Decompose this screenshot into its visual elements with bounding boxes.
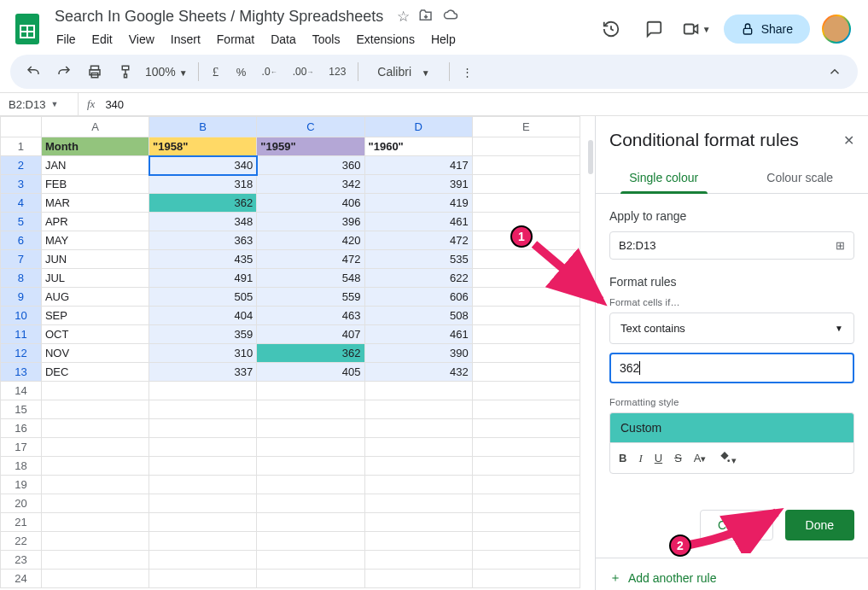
meet-icon[interactable]: ▼ [681, 14, 712, 44]
cell[interactable]: 419 [364, 194, 472, 213]
cell[interactable]: MAY [41, 231, 149, 250]
cell[interactable]: "1958" [149, 137, 257, 156]
cell[interactable]: 606 [364, 288, 472, 307]
menu-extensions[interactable]: Extensions [349, 29, 421, 50]
cell[interactable]: 461 [364, 325, 472, 344]
zoom-select[interactable]: 100% ▼ [140, 65, 193, 79]
cell[interactable]: 472 [257, 250, 364, 269]
menu-insert[interactable]: Insert [164, 29, 207, 50]
row-header[interactable]: 15 [1, 400, 42, 419]
underline-button[interactable]: U [655, 452, 662, 464]
row-header[interactable]: 7 [1, 250, 42, 269]
col-header-b[interactable]: B [149, 117, 257, 137]
row-header[interactable]: 10 [1, 307, 42, 325]
row-header[interactable]: 8 [1, 269, 42, 288]
row-header[interactable]: 2 [1, 156, 42, 175]
cell[interactable]: 417 [364, 156, 472, 175]
cell[interactable]: SEP [41, 307, 149, 325]
cell[interactable]: 340 [149, 156, 257, 175]
row-header[interactable]: 18 [1, 457, 42, 476]
cloud-status-icon[interactable] [442, 8, 459, 27]
spreadsheet-grid[interactable]: A B C D E 1Month"1958""1959""1960"2JAN34… [0, 116, 595, 590]
col-header-d[interactable]: D [364, 117, 472, 137]
cell[interactable] [472, 344, 580, 363]
percent-button[interactable]: % [230, 60, 253, 84]
cell[interactable]: 342 [257, 175, 364, 194]
row-header[interactable]: 4 [1, 194, 42, 213]
cell[interactable]: JAN [41, 156, 149, 175]
cell[interactable]: 318 [149, 175, 257, 194]
cell[interactable]: 348 [149, 213, 257, 231]
cell[interactable]: 363 [149, 231, 257, 250]
row-header[interactable]: 17 [1, 438, 42, 457]
style-preview[interactable]: Custom [609, 412, 854, 442]
italic-button[interactable]: I [638, 452, 642, 465]
apply-range-input[interactable]: B2:D13 ⊞ [609, 231, 854, 260]
decrease-decimal-button[interactable]: .0← [255, 60, 284, 84]
col-header-a[interactable]: A [41, 117, 149, 137]
cell[interactable]: 559 [257, 288, 364, 307]
row-header[interactable]: 12 [1, 344, 42, 363]
row-header[interactable]: 23 [1, 551, 42, 570]
cell[interactable]: DEC [41, 363, 149, 382]
cell[interactable]: 359 [149, 325, 257, 344]
star-icon[interactable]: ☆ [397, 8, 410, 27]
cell[interactable] [472, 194, 580, 213]
share-button[interactable]: Share [724, 15, 810, 44]
select-all-corner[interactable] [1, 117, 42, 137]
menu-edit[interactable]: Edit [85, 29, 119, 50]
cell[interactable]: 461 [364, 213, 472, 231]
row-header[interactable]: 11 [1, 325, 42, 344]
row-header[interactable]: 9 [1, 288, 42, 307]
cell[interactable]: JUL [41, 269, 149, 288]
condition-select[interactable]: Text contains ▼ [609, 313, 854, 344]
text-color-button[interactable]: A▾ [694, 452, 707, 464]
print-button[interactable] [80, 60, 109, 84]
cell[interactable] [472, 175, 580, 194]
cell[interactable]: 390 [364, 344, 472, 363]
cell[interactable] [472, 363, 580, 382]
cell[interactable] [472, 269, 580, 288]
row-header[interactable]: 16 [1, 419, 42, 438]
col-header-c[interactable]: C [257, 117, 364, 137]
cell[interactable]: 505 [149, 288, 257, 307]
cell[interactable]: "1959" [257, 137, 364, 156]
cell[interactable]: Month [41, 137, 149, 156]
cell[interactable]: AUG [41, 288, 149, 307]
menu-help[interactable]: Help [424, 29, 463, 50]
tab-colour-scale[interactable]: Colour scale [732, 166, 869, 193]
move-icon[interactable] [418, 8, 434, 27]
cell[interactable]: 362 [257, 344, 364, 363]
cell[interactable]: 391 [364, 175, 472, 194]
history-icon[interactable] [596, 14, 626, 44]
fill-color-button[interactable]: ▾ [718, 450, 737, 466]
strike-button[interactable]: S [674, 452, 682, 464]
cell[interactable]: 491 [149, 269, 257, 288]
cell[interactable]: JUN [41, 250, 149, 269]
cell[interactable]: 622 [364, 269, 472, 288]
account-avatar[interactable] [822, 15, 851, 44]
cell[interactable]: 463 [257, 307, 364, 325]
menu-tools[interactable]: Tools [306, 29, 347, 50]
menu-format[interactable]: Format [210, 29, 261, 50]
cell[interactable]: 337 [149, 363, 257, 382]
font-select[interactable]: Calibri ▼ [364, 65, 443, 79]
comments-icon[interactable] [638, 14, 669, 44]
cell[interactable] [472, 288, 580, 307]
paint-format-button[interactable] [111, 60, 140, 84]
cell[interactable] [472, 325, 580, 344]
cell[interactable]: 420 [257, 231, 364, 250]
name-box[interactable]: B2:D13▼ [0, 93, 79, 115]
cell[interactable]: 396 [257, 213, 364, 231]
collapse-toolbar-button[interactable] [820, 60, 849, 84]
increase-decimal-button[interactable]: .00→ [286, 60, 321, 84]
cell[interactable]: 406 [257, 194, 364, 213]
bold-button[interactable]: B [619, 452, 626, 464]
cell[interactable]: 435 [149, 250, 257, 269]
more-formats-button[interactable]: 123 [322, 60, 352, 84]
redo-button[interactable] [50, 60, 79, 84]
tab-single-colour[interactable]: Single colour [596, 166, 732, 193]
cell[interactable]: APR [41, 213, 149, 231]
close-icon[interactable]: ✕ [843, 132, 854, 149]
cell[interactable]: 472 [364, 231, 472, 250]
